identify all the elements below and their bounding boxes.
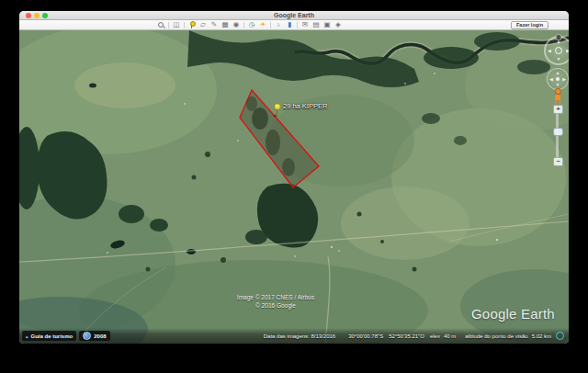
add-placemark-icon[interactable] <box>187 20 198 29</box>
tour-guide-toggle[interactable]: ▴ Guia de turismo <box>22 331 76 341</box>
toolbar-separator <box>168 22 169 28</box>
status-right-group: Data das imagens: 8/13/2016 30°00'00.78"… <box>264 328 564 344</box>
elevation-value: 40 m <box>444 333 456 339</box>
pegman-legs <box>555 100 560 104</box>
copyright-line-1: Image © 2017 CNES / Airbus <box>220 293 331 301</box>
move-left-arrow[interactable]: ◀ <box>549 77 553 82</box>
pegman-head <box>555 88 561 95</box>
move-down-arrow[interactable]: ▼ <box>556 83 560 87</box>
pegman-icon[interactable] <box>553 88 562 103</box>
google-earth-window: Google Earth ◫ ▱ ✎ ▦ ◉ ◷ ☀ ♄ ▮ ✉ <box>19 11 569 344</box>
move-joystick[interactable]: ▲ ▼ ◀ ▶ <box>547 68 569 90</box>
imagery-year: 2008 <box>94 333 106 339</box>
elevation-label: elev <box>430 333 440 339</box>
toolbar-separator <box>243 22 244 28</box>
time-slider-pill[interactable]: 2008 <box>79 331 109 341</box>
add-image-overlay-icon[interactable]: ▦ <box>220 20 231 29</box>
copyright-line-2: © 2016 Google <box>220 301 331 310</box>
placemark-label[interactable]: 29 ha KIPPER <box>283 102 327 110</box>
look-center-eye[interactable] <box>555 47 562 54</box>
toolbar-icons: ◫ ▱ ✎ ▦ ◉ ◷ ☀ ♄ ▮ ✉ ▤ ▣ ◈ <box>155 20 344 29</box>
eye-altitude-value: 5.02 km <box>532 333 551 339</box>
email-icon[interactable]: ✉ <box>300 20 311 29</box>
zoom-out-button[interactable]: − <box>553 157 563 166</box>
switch-planets-icon[interactable]: ♄ <box>273 20 284 29</box>
view-in-maps-icon[interactable]: ◈ <box>333 20 344 29</box>
move-up-arrow[interactable]: ▲ <box>556 71 560 75</box>
add-polygon-icon[interactable]: ▱ <box>198 20 209 29</box>
move-center-dot[interactable] <box>556 77 560 81</box>
titlebar[interactable]: Google Earth <box>19 11 569 20</box>
look-left-arrow[interactable]: ◀ <box>548 49 551 53</box>
minimize-button[interactable] <box>34 13 40 18</box>
status-left-group: ▴ Guia de turismo 2008 <box>22 331 110 341</box>
tour-guide-label: Guia de turismo <box>31 333 74 339</box>
fullscreen-button[interactable] <box>42 13 48 18</box>
eye-altitude-label: altitude do ponto de visão <box>465 333 527 339</box>
window-title: Google Earth <box>19 11 569 20</box>
record-tour-icon[interactable]: ◉ <box>231 20 242 29</box>
streaming-indicator-icon <box>556 332 564 340</box>
screenshot-background: Google Earth ◫ ▱ ✎ ▦ ◉ ◷ ☀ ♄ ▮ ✉ <box>0 0 588 373</box>
look-right-arrow[interactable]: ▶ <box>566 49 569 53</box>
longitude-readout: 52°50'35.21"O <box>389 333 424 339</box>
look-up-arrow[interactable]: ▲ <box>557 40 561 44</box>
historical-clock-icon[interactable] <box>83 332 91 340</box>
zoom-slider-thumb[interactable] <box>553 128 563 136</box>
search-icon[interactable] <box>155 20 166 29</box>
look-down-arrow[interactable]: ▼ <box>557 57 561 62</box>
historical-imagery-icon[interactable]: ◷ <box>246 20 257 29</box>
window-controls <box>26 13 48 18</box>
look-joystick[interactable]: ▲ ▼ ◀ ▶ <box>544 36 569 65</box>
imagery-date: Data das imagens: 8/13/2016 <box>264 333 335 339</box>
google-earth-watermark: Google Earth <box>471 306 555 322</box>
status-bar: ▴ Guia de turismo 2008 Data das imagens:… <box>19 328 569 344</box>
expand-icon[interactable]: ▴ <box>26 333 28 339</box>
toolbar: ◫ ▱ ✎ ▦ ◉ ◷ ☀ ♄ ▮ ✉ ▤ ▣ ◈ Fazer login <box>19 20 569 30</box>
toolbar-separator <box>297 22 298 28</box>
close-button[interactable] <box>26 13 31 18</box>
toolbar-separator <box>270 22 271 28</box>
sunlight-icon[interactable]: ☀ <box>257 20 268 29</box>
toggle-sidebar-icon[interactable]: ◫ <box>171 20 182 29</box>
imagery-copyright: Image © 2017 CNES / Airbus © 2016 Google <box>220 293 331 310</box>
zoom-in-button[interactable]: + <box>553 105 563 114</box>
move-right-arrow[interactable]: ▶ <box>562 77 566 82</box>
print-icon[interactable]: ▤ <box>311 20 322 29</box>
map-viewport[interactable]: 29 ha KIPPER Image © 2017 CNES / Airbus … <box>19 30 569 344</box>
ruler-icon[interactable]: ▮ <box>284 20 295 29</box>
add-path-icon[interactable]: ✎ <box>209 20 220 29</box>
toolbar-separator <box>184 22 185 28</box>
latitude-readout: 30°00'00.78"S <box>348 333 383 339</box>
save-image-icon[interactable]: ▣ <box>322 20 333 29</box>
sign-in-button[interactable]: Fazer login <box>511 21 548 29</box>
